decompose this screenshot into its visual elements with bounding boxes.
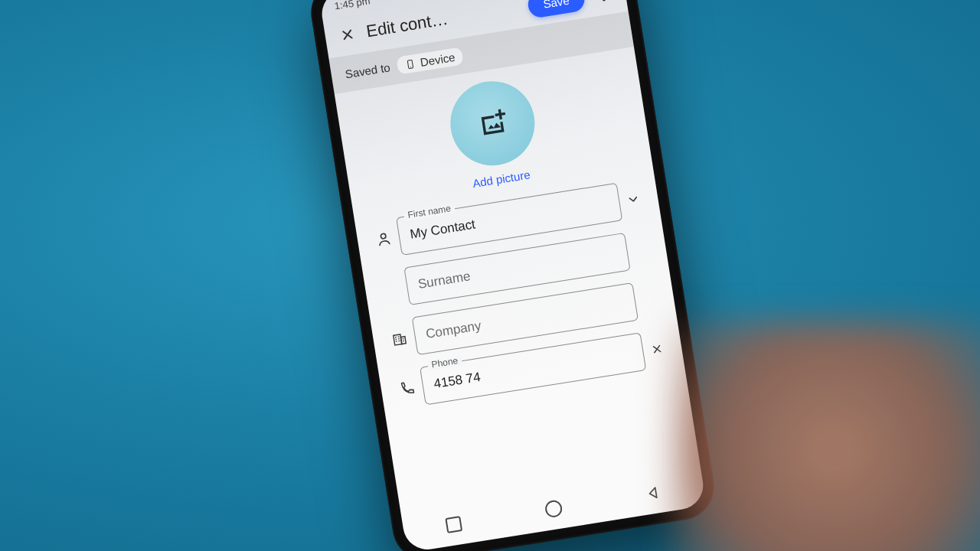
clear-phone-button[interactable] xyxy=(645,341,668,357)
phone-value: 4158 74 xyxy=(433,370,482,392)
svg-point-2 xyxy=(381,233,386,239)
add-photo-button[interactable] xyxy=(444,75,541,171)
chevron-down-icon xyxy=(626,191,642,207)
svg-rect-4 xyxy=(400,337,406,344)
save-button[interactable]: Save xyxy=(526,0,586,18)
phone-bezel: 1:45 pm Edit cont… Save xyxy=(306,0,719,551)
back-button[interactable] xyxy=(645,484,662,502)
phone-icon xyxy=(394,378,421,399)
saved-to-label: Saved to xyxy=(345,60,391,80)
phone-device: 1:45 pm Edit cont… Save xyxy=(306,0,697,551)
surname-placeholder: Surname xyxy=(417,269,472,292)
scene-background: 1:45 pm Edit cont… Save xyxy=(0,0,980,551)
first-name-value: My Contact xyxy=(409,217,476,242)
phone-screen: 1:45 pm Edit cont… Save xyxy=(318,0,707,551)
svg-point-1 xyxy=(410,66,411,67)
company-icon xyxy=(386,328,413,349)
content-area: Add picture First name My Contact xyxy=(335,47,700,512)
first-name-label: First name xyxy=(403,202,456,220)
company-placeholder: Company xyxy=(425,318,482,342)
recents-button[interactable] xyxy=(445,516,462,533)
home-button[interactable] xyxy=(544,499,564,518)
clock: 1:45 pm xyxy=(334,0,371,11)
saved-to-chip[interactable]: Device xyxy=(396,47,463,74)
close-icon[interactable] xyxy=(332,20,362,50)
saved-to-destination: Device xyxy=(420,51,456,69)
more-icon[interactable] xyxy=(588,0,618,9)
device-icon xyxy=(404,57,416,70)
add-image-icon xyxy=(475,106,510,141)
close-icon xyxy=(650,342,664,356)
expand-name-fields-button[interactable] xyxy=(622,191,645,208)
svg-rect-0 xyxy=(407,60,413,68)
svg-rect-3 xyxy=(394,334,402,345)
person-icon xyxy=(371,229,397,249)
phone-label: Phone xyxy=(427,354,462,370)
finger-blur xyxy=(674,321,980,551)
